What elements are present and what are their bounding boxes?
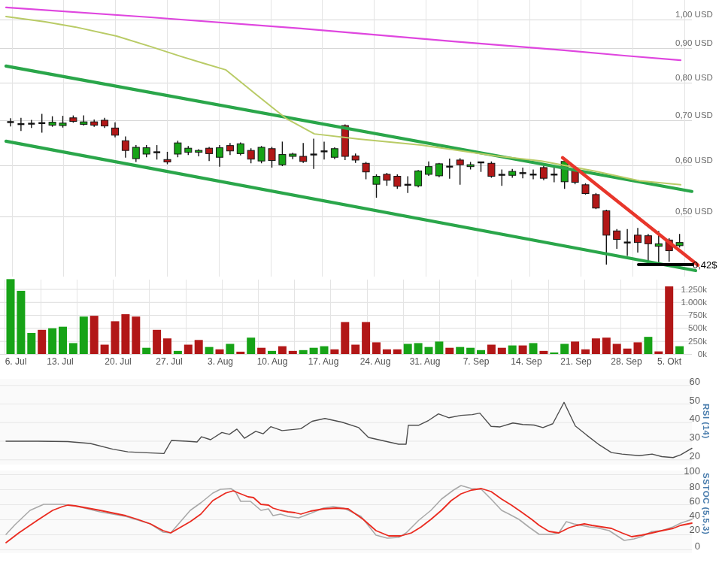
sstoc-axis-label: 40	[672, 510, 700, 521]
volume-axis-label: 1.000k	[660, 297, 707, 307]
date-axis-label: 7. Sep	[452, 356, 500, 367]
sstoc-axis-label: 0	[672, 541, 700, 552]
date-axis-label: 24. Aug	[351, 356, 399, 367]
rsi-panel-title: RSI (14)	[702, 404, 711, 439]
date-axis-label: 21. Sep	[552, 356, 600, 367]
volume-axis-label: 250k	[660, 336, 707, 347]
price-axis-label: 0,90 USD	[675, 38, 713, 48]
date-axis-label: 5. Okt	[645, 356, 693, 367]
date-axis-label: 14. Sep	[502, 356, 551, 367]
price-axis-label: 0,70 USD	[675, 110, 713, 120]
volume-axis-label: 1.250k	[660, 284, 707, 295]
price-axis-label: 0,60 USD	[675, 155, 713, 165]
price-axis-label: 0,80 USD	[675, 72, 713, 83]
rsi-axis-label: 50	[672, 395, 700, 406]
volume-axis-label: 500k	[660, 322, 707, 333]
date-axis-label: 17. Aug	[299, 356, 347, 367]
chart-canvas[interactable]	[0, 0, 728, 575]
date-axis-label: 20. Jul	[94, 356, 142, 367]
price-axis-label: 0,50 USD	[675, 206, 713, 216]
sstoc-axis-label: 80	[672, 482, 700, 492]
sstoc-axis-label: 20	[672, 525, 700, 535]
rsi-axis-label: 20	[672, 451, 700, 462]
date-axis-label: 27. Jul	[145, 356, 193, 367]
sstoc-panel-title: SSTOC (5,5,3)	[702, 473, 711, 534]
date-axis-label: 3. Aug	[196, 356, 244, 367]
chart-root: 1,00 USD 0,90 USD 0,80 USD 0,70 USD 0,60…	[0, 0, 728, 575]
sstoc-axis-label: 100	[672, 466, 700, 477]
date-axis-label: 6. Jul	[0, 356, 40, 367]
sstoc-axis-label: 60	[672, 496, 700, 507]
date-axis-label: 10. Aug	[248, 356, 296, 367]
support-price-annotation: 0,42$	[693, 259, 717, 271]
date-axis-label: 13. Jul	[36, 356, 84, 367]
rsi-axis-label: 60	[672, 377, 700, 387]
date-axis-label: 28. Sep	[602, 356, 651, 367]
date-axis-label: 31. Aug	[401, 356, 449, 367]
rsi-axis-label: 30	[672, 432, 700, 443]
volume-axis-label: 750k	[660, 310, 707, 320]
rsi-axis-label: 40	[672, 413, 700, 424]
price-axis-label: 1,00 USD	[675, 9, 713, 20]
